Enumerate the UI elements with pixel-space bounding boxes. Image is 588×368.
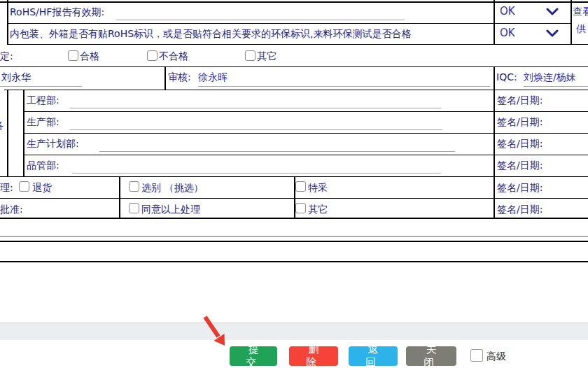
- dept-engineering-label: 工程部:: [27, 94, 59, 106]
- handling-label: 理:: [0, 181, 13, 194]
- review-label: 审核:: [168, 71, 191, 83]
- inspector-underline: [0, 86, 82, 87]
- close-button[interactable]: 关 闭: [406, 346, 456, 366]
- footer-divider-band: [0, 323, 588, 340]
- checkbox-other-judgement[interactable]: [245, 50, 255, 61]
- approval-label: 批准:: [0, 203, 23, 215]
- sign-date-label: 签名/日期:: [497, 159, 542, 171]
- checkbox-fail-label: 不合格: [159, 50, 188, 62]
- judgement-label: 定:: [0, 50, 13, 62]
- advanced-checkbox-label: 高级: [486, 350, 506, 362]
- inspector-name: 刘永华: [1, 71, 31, 83]
- truncated-side-label: 各: [0, 119, 4, 132]
- table-border: [7, 44, 588, 45]
- divider-rule: [0, 241, 588, 242]
- checkbox-pass-label: 合格: [80, 50, 99, 62]
- checkbox-pass[interactable]: [68, 50, 78, 61]
- submit-button[interactable]: 提 交: [230, 346, 277, 366]
- table-border: [7, 90, 8, 176]
- checkbox-agree-handling[interactable]: [129, 203, 139, 213]
- sign-date-label: 签名/日期:: [497, 203, 542, 215]
- checkbox-agree-handling-label: 同意以上处理: [141, 203, 200, 215]
- dept-production-label: 生产部:: [27, 115, 59, 128]
- sign-date-label: 签名/日期:: [497, 115, 542, 128]
- sign-date-label: 签名/日期:: [497, 181, 542, 194]
- table-border: [7, 0, 8, 44]
- reviewer-underline: [198, 86, 490, 87]
- table-border: [23, 155, 588, 155]
- rohs-status-dropdown[interactable]: OK: [500, 5, 515, 19]
- checkbox-special-accept[interactable]: [295, 181, 306, 192]
- checkbox-special-accept-label: 特采: [308, 181, 328, 194]
- checkbox-other-approval[interactable]: [295, 203, 306, 213]
- chevron-down-icon[interactable]: [546, 8, 559, 16]
- view-report-link-line2: 供: [576, 22, 586, 35]
- table-border: [7, 23, 570, 24]
- dept-input[interactable]: [99, 151, 455, 152]
- checkbox-sorting[interactable]: [129, 181, 139, 192]
- table-border: [0, 1, 588, 3]
- table-border: [0, 218, 588, 219]
- packaging-question-label: 内包装、外箱是否有贴RoHS标识，或是否贴符合相关要求的环保标识,来料环保测试是…: [10, 27, 412, 40]
- dept-planning-label: 生产计划部:: [27, 137, 79, 150]
- delete-button[interactable]: 删 除: [289, 346, 338, 366]
- dept-input[interactable]: [72, 173, 441, 174]
- chevron-down-icon[interactable]: [546, 29, 559, 38]
- dept-input[interactable]: [70, 129, 442, 130]
- table-border: [493, 0, 495, 44]
- divider-rule-gray: [0, 236, 588, 237]
- divider-rule: [0, 261, 588, 262]
- packaging-status-dropdown[interactable]: OK: [500, 27, 515, 41]
- table-border: [570, 0, 572, 44]
- table-border: [23, 133, 588, 134]
- checkbox-return-goods-label: 退货: [32, 181, 52, 194]
- rohs-validity-input[interactable]: [116, 20, 405, 20]
- checkbox-return-goods[interactable]: [19, 181, 29, 192]
- iqc-form-page: RoHS/HF报告有效期: OK 查看 供 内包装、外箱是否有贴RoHS标识，或…: [0, 0, 588, 368]
- back-button[interactable]: 返 回: [349, 346, 398, 366]
- iqc-names: 刘焕连/杨妹: [524, 71, 576, 83]
- sign-date-label: 签名/日期:: [497, 137, 542, 150]
- rohs-validity-label: RoHS/HF报告有效期:: [10, 6, 104, 18]
- dept-input[interactable]: [70, 108, 441, 108]
- table-border: [23, 111, 588, 112]
- table-border: [493, 66, 495, 218]
- table-border: [23, 90, 24, 176]
- annotation-arrow: [198, 313, 233, 350]
- table-border: [164, 66, 166, 90]
- checkbox-sorting-label: 选别 （挑选）: [141, 181, 203, 194]
- checkbox-other-judgement-label: 其它: [257, 50, 276, 62]
- checkbox-other-approval-label: 其它: [308, 203, 328, 215]
- sign-date-label: 签名/日期:: [497, 94, 542, 106]
- advanced-checkbox[interactable]: [470, 349, 483, 362]
- iqc-underline: [524, 86, 588, 87]
- table-border: [0, 66, 588, 67]
- table-border: [119, 176, 120, 218]
- iqc-label: IQC:: [496, 71, 517, 83]
- dept-quality-label: 品管部:: [27, 159, 59, 171]
- view-report-link[interactable]: 查看: [573, 5, 588, 17]
- checkbox-fail[interactable]: [147, 50, 158, 61]
- table-border: [4, 90, 588, 90]
- reviewer-name: 徐永晖: [198, 71, 227, 83]
